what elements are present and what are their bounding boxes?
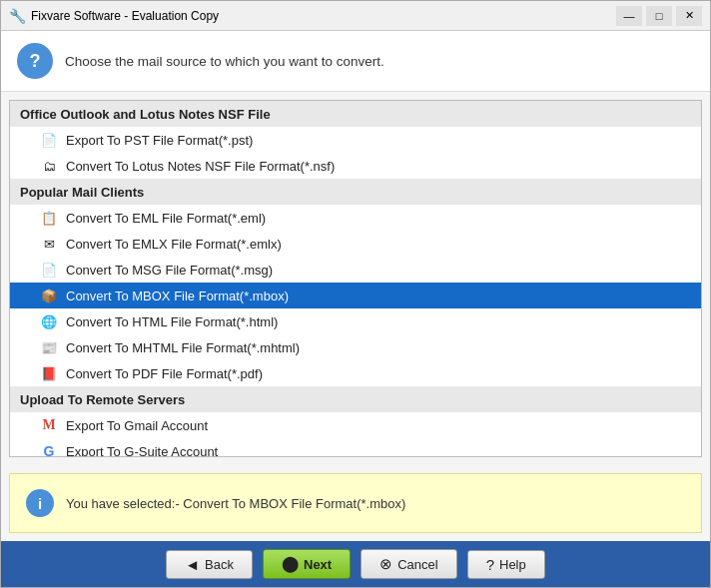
maximize-button[interactable]: □ <box>646 6 672 26</box>
list-item[interactable]: 📋Convert To EML File Format(*.eml) <box>10 205 701 231</box>
list-item-label: Convert To HTML File Format(*.html) <box>66 314 278 329</box>
list-item[interactable]: 📄Export To PST File Format(*.pst) <box>10 127 701 153</box>
app-icon: 🔧 <box>9 8 25 24</box>
help-button[interactable]: ? Help <box>467 550 545 579</box>
list-item-label: Convert To PDF File Format(*.pdf) <box>66 366 263 381</box>
list-item-icon: 🗂 <box>40 158 58 174</box>
list-item[interactable]: 🌐Convert To HTML File Format(*.html) <box>10 308 701 334</box>
header-area: ? Choose the mail source to which you wa… <box>1 31 710 92</box>
list-item[interactable]: 🗂Convert To Lotus Notes NSF File Format(… <box>10 153 701 179</box>
next-button[interactable]: ⬤ Next <box>263 549 351 579</box>
minimize-button[interactable]: — <box>616 6 642 26</box>
format-list[interactable]: Office Outlook and Lotus Notes NSF File📄… <box>10 101 701 456</box>
list-item-icon: 📄 <box>40 132 58 148</box>
list-category: Popular Mail Clients <box>10 179 701 205</box>
cancel-button[interactable]: ⊗ Cancel <box>360 549 456 579</box>
list-item-label: Convert To EML File Format(*.eml) <box>66 211 266 226</box>
info-box: i You have selected:- Convert To MBOX Fi… <box>9 473 702 533</box>
list-item-label: Export To G-Suite Account <box>66 444 218 457</box>
title-bar-text: Fixvare Software - Evaluation Copy <box>31 9 616 23</box>
list-item-icon: G <box>40 443 58 456</box>
list-item-icon: M <box>40 417 58 433</box>
list-item-icon: 📕 <box>40 365 58 381</box>
bottom-bar: ◄ Back ⬤ Next ⊗ Cancel ? Help <box>1 541 710 587</box>
list-item-label: Export To Gmail Account <box>66 418 208 433</box>
list-item[interactable]: GExport To G-Suite Account <box>10 438 701 456</box>
info-text: You have selected:- Convert To MBOX File… <box>66 496 405 511</box>
list-item-icon: ✉ <box>40 236 58 252</box>
list-item[interactable]: ✉Convert To EMLX File Format(*.emlx) <box>10 231 701 257</box>
list-item-icon: 📄 <box>40 262 58 278</box>
cancel-label: Cancel <box>397 557 437 572</box>
back-button[interactable]: ◄ Back <box>166 550 253 579</box>
list-item-icon: 📰 <box>40 339 58 355</box>
list-item-icon: 🌐 <box>40 313 58 329</box>
list-item-label: Export To PST File Format(*.pst) <box>66 133 253 148</box>
list-item-icon: 📋 <box>40 210 58 226</box>
list-item-label: Convert To MHTML File Format(*.mhtml) <box>66 340 300 355</box>
list-item[interactable]: MExport To Gmail Account <box>10 412 701 438</box>
close-button[interactable]: ✕ <box>676 6 702 26</box>
list-category: Upload To Remote Servers <box>10 386 701 412</box>
back-icon: ◄ <box>185 556 200 573</box>
list-category: Office Outlook and Lotus Notes NSF File <box>10 101 701 127</box>
main-window: 🔧 Fixvare Software - Evaluation Copy — □… <box>0 0 711 588</box>
window-controls: — □ ✕ <box>616 6 702 26</box>
list-item-label: Convert To MSG File Format(*.msg) <box>66 263 273 278</box>
back-label: Back <box>205 557 234 572</box>
content-area: Office Outlook and Lotus Notes NSF File📄… <box>9 100 702 457</box>
cancel-icon: ⊗ <box>379 555 392 573</box>
info-icon: i <box>26 489 54 517</box>
list-item[interactable]: 📄Convert To MSG File Format(*.msg) <box>10 257 701 283</box>
list-item[interactable]: 📰Convert To MHTML File Format(*.mhtml) <box>10 334 701 360</box>
header-icon: ? <box>17 43 53 79</box>
help-label: Help <box>499 557 526 572</box>
list-item-label: Convert To EMLX File Format(*.emlx) <box>66 237 282 252</box>
list-item[interactable]: 📦Convert To MBOX File Format(*.mbox) <box>10 283 701 308</box>
header-text: Choose the mail source to which you want… <box>65 54 384 69</box>
help-icon: ? <box>486 556 494 573</box>
list-item-label: Convert To Lotus Notes NSF File Format(*… <box>66 159 335 174</box>
title-bar: 🔧 Fixvare Software - Evaluation Copy — □… <box>1 1 710 31</box>
list-item[interactable]: 📕Convert To PDF File Format(*.pdf) <box>10 360 701 386</box>
list-item-icon: 📦 <box>40 288 58 303</box>
list-item-label: Convert To MBOX File Format(*.mbox) <box>66 289 289 303</box>
next-label: Next <box>304 557 332 572</box>
next-icon: ⬤ <box>282 555 299 573</box>
